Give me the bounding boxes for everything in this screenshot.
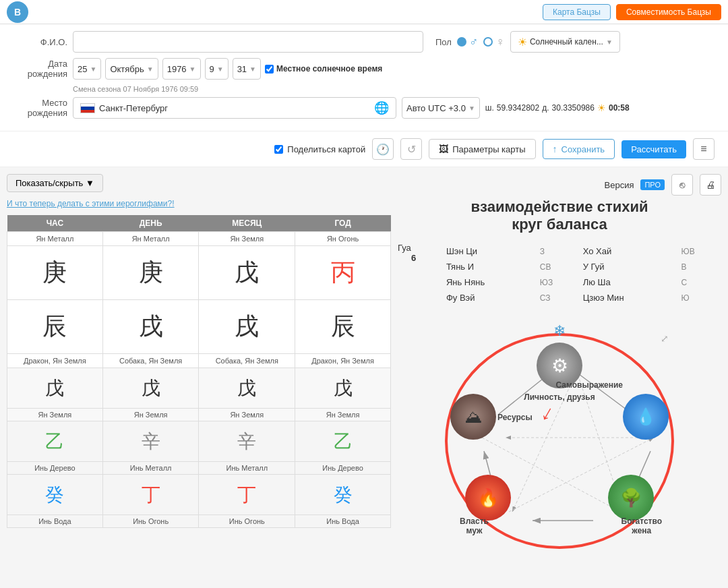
stem-label-year: Ян Огонь [295, 232, 391, 246]
fio-row: Ф.И.О. Пол ♂ ♀ ☀ Солнечный кален... ▼ [13, 31, 715, 53]
left-panel: Показать/скрыть ▼ И что теперь делать с … [7, 174, 391, 556]
hidden-stem1-row: 戊 戊 戊 戊 [7, 368, 391, 409]
row2-dir2: С [677, 275, 720, 289]
female-radio-circle [483, 37, 493, 47]
show-hide-button[interactable]: Показать/скрыть ▼ [7, 174, 103, 192]
fio-input[interactable] [73, 31, 423, 53]
hidden-stem2-row: 乙 辛 辛 乙 [7, 421, 391, 462]
content-area: Показать/скрыть ▼ И что теперь делать с … [0, 167, 728, 562]
hs3-month: 丁 [199, 475, 295, 515]
month-select[interactable]: Октябрь ▼ [105, 58, 158, 80]
stem-row: 庚 庚 戊 丙 [7, 246, 391, 300]
year-select[interactable]: 1976 ▼ [162, 58, 201, 80]
gear-icon: ⚙ [551, 355, 568, 377]
hs1-label-year: Ян Земля [295, 409, 391, 421]
row0-dir2: ЮВ [677, 244, 720, 258]
share-section: Поделиться картой [274, 144, 365, 154]
stem-month: 戊 [199, 246, 295, 300]
hidden-stem3-row: 癸 丁 丁 癸 [7, 475, 391, 515]
male-icon: ♂ [469, 35, 479, 49]
table-row: Тянь И СВ У Гуй В [442, 260, 720, 274]
stem-year: 丙 [295, 246, 391, 300]
minute-select[interactable]: 31 ▼ [233, 58, 261, 80]
save-button[interactable]: ↑ Сохранить [543, 139, 615, 159]
wood-node: 🌳 [608, 475, 654, 521]
hidden-stem2-label-row: Инь Дерево Инь Металл Инь Металл Инь Дер… [7, 462, 391, 475]
share-checkbox[interactable] [274, 145, 283, 154]
date-label-bot: рождения [28, 69, 67, 79]
row0-name1: Хо Хай [579, 244, 676, 258]
city-input-wrap[interactable]: Санкт-Петербург 🌐 [73, 97, 396, 119]
hs2-label-day: Инь Металл [102, 462, 199, 475]
refresh-icon: ↺ [407, 143, 416, 156]
timezone-select[interactable]: Авто UTC +3.0 ▼ [402, 97, 480, 119]
lon-label: д. [542, 103, 549, 113]
hs2-year: 乙 [295, 421, 391, 462]
bazi-compat-btn[interactable]: Совместимость Бацзы [616, 4, 721, 20]
place-label-top: Место [42, 98, 67, 108]
bazi-chart-btn[interactable]: Карта Бацзы [543, 4, 611, 20]
place-row: Место рождения Санкт-Петербург 🌐 Авто UT… [13, 97, 715, 119]
gender-male-radio[interactable]: ♂ [457, 35, 479, 49]
row1-label: Тянь И [442, 260, 535, 274]
branch-year: 辰 [295, 300, 391, 354]
clock-icon-btn[interactable]: 🕐 [372, 138, 394, 160]
hs1-label-hour: Ян Земля [7, 409, 103, 421]
title-line1: взаимодействие стихий [398, 198, 721, 216]
local-time-label: Местное солнечное время [276, 64, 382, 74]
branch-hour: 辰 [7, 300, 103, 354]
hs1-month: 戊 [199, 368, 295, 409]
hs3-year: 癸 [295, 475, 391, 515]
settings-icon: ≡ [700, 143, 706, 155]
params-button[interactable]: 🖼 Параметры карты [429, 139, 535, 159]
row2-name1: Лю Ша [579, 275, 676, 289]
right-panel: Версия ПРО ⎋ 🖨 взаимодействие стихий кру… [398, 174, 721, 556]
stem-day: 庚 [102, 246, 199, 300]
water-node: 💧 [623, 394, 669, 440]
hs3-hour: 癸 [7, 475, 103, 515]
day-select[interactable]: 25 ▼ [73, 58, 101, 80]
refresh-icon-btn[interactable]: ↺ [400, 138, 422, 160]
fio-label: Ф.И.О. [13, 37, 67, 47]
print-icon-btn[interactable]: 🖨 [700, 174, 721, 196]
expand-icon: ⤢ [661, 333, 669, 344]
hour-select[interactable]: 9 ▼ [205, 58, 229, 80]
earth-node: ⛰ [450, 394, 496, 440]
russia-flag [80, 103, 95, 113]
year-arrow: ▼ [189, 65, 196, 73]
local-time-checkbox[interactable] [265, 65, 274, 74]
calendar-label: Солнечный кален... [530, 37, 603, 47]
hs3-label-year: Инь Вода [295, 515, 391, 528]
row3-name1: Цзюэ Мин [579, 291, 676, 305]
branch-label-day: Собака, Ян Земля [102, 354, 199, 368]
settings-icon-btn[interactable]: ≡ [693, 138, 715, 160]
row1-dir2: В [677, 260, 720, 274]
hs1-label-day: Ян Земля [102, 409, 199, 421]
gua-table: Шэн Ци З Хо Хай ЮВ Тянь И СВ У Гуй В Янь… [441, 243, 721, 306]
share-icon: ⎋ [679, 179, 685, 190]
stem-hour: 庚 [7, 246, 103, 300]
col-year: ГОД [295, 215, 391, 232]
hs2-month: 辛 [199, 421, 295, 462]
clock-icon: 🕐 [376, 143, 390, 156]
branch-row: 辰 戌 戌 辰 [7, 300, 391, 354]
main-form: Ф.И.О. Пол ♂ ♀ ☀ Солнечный кален... ▼ Да… [0, 24, 728, 131]
share-icon-btn[interactable]: ⎋ [671, 174, 693, 196]
hs1-day: 戊 [102, 368, 199, 409]
sun-time: 00:58 [609, 103, 630, 113]
version-badge: ПРО [640, 179, 665, 190]
hour-arrow: ▼ [217, 65, 224, 73]
hieroglyph-link[interactable]: И что теперь делать с этими иероглифами?… [7, 199, 391, 208]
minute-arrow: ▼ [249, 65, 256, 73]
params-icon: 🖼 [439, 144, 448, 154]
row3-label: Фу Вэй [442, 291, 535, 305]
water-icon: 💧 [636, 407, 656, 426]
gender-female-radio[interactable]: ♀ [483, 35, 505, 49]
save-icon: ↑ [553, 144, 557, 154]
calc-button[interactable]: Рассчитать [621, 140, 686, 158]
stem-label-month: Ян Земля [199, 232, 295, 246]
fire-node: 🔥 [465, 475, 511, 521]
row0-dir1: З [536, 244, 578, 258]
gender-section: Пол ♂ ♀ [435, 35, 505, 49]
calendar-dropdown[interactable]: ☀ Солнечный кален... ▼ [510, 31, 620, 53]
